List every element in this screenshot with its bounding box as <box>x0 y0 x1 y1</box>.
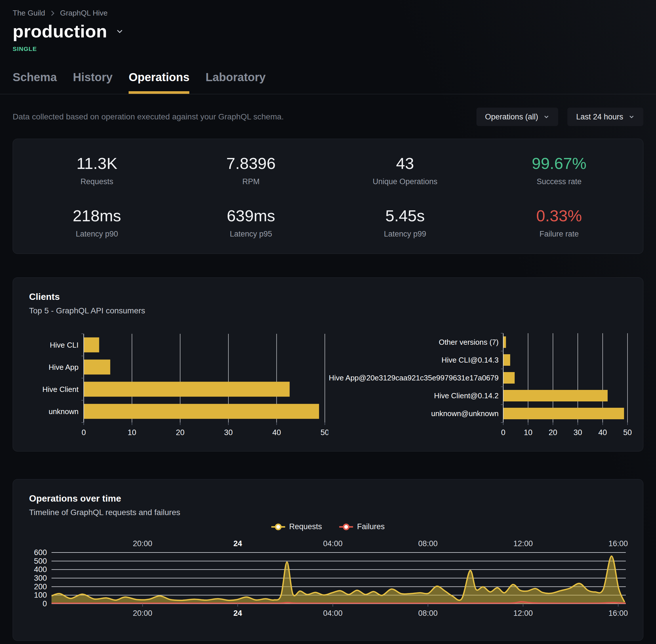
x-tick-label: 40 <box>599 428 607 437</box>
category-label: unknown@unknown <box>431 409 499 418</box>
page: The Guild GraphQL Hive production SINGLE… <box>0 0 656 644</box>
x-tick-label: 20 <box>549 428 557 437</box>
x-tick-label-bottom: 16:00 <box>609 609 628 618</box>
x-tick-label-top: 12:00 <box>513 540 533 548</box>
category-label: Hive Client <box>42 385 78 394</box>
category-label: Hive App@20e3129caa921c35e9979631e17a067… <box>329 373 499 382</box>
legend-marker-icon <box>339 523 353 531</box>
stat-value: 7.8396 <box>174 154 328 172</box>
x-tick-label: 30 <box>224 428 233 437</box>
operations-filter-label: Operations (all) <box>485 113 538 121</box>
timeline-legend: RequestsFailures <box>29 522 627 531</box>
target-selector[interactable]: production <box>13 21 643 42</box>
x-tick-label-top: 08:00 <box>418 540 438 548</box>
stat-label: Success rate <box>482 177 636 186</box>
x-tick-label-bottom: 20:00 <box>133 609 153 618</box>
x-tick-label: 50 <box>321 428 328 437</box>
y-tick-label: 0 <box>43 599 47 608</box>
stat-success-rate: 99.67%Success rate <box>482 154 636 186</box>
time-range-label: Last 24 hours <box>576 113 623 121</box>
category-label: Other versions (7) <box>439 338 499 346</box>
operations-title: Operations over time <box>29 493 627 504</box>
bar-hive-cli-0-14-3 <box>503 354 510 366</box>
y-tick-label: 600 <box>34 548 47 557</box>
x-tick-label: 40 <box>272 428 281 437</box>
tab-schema[interactable]: Schema <box>13 71 57 94</box>
category-label: Hive App <box>49 363 78 371</box>
clients-card: Clients Top 5 - GraphQL API consumers 01… <box>13 277 643 452</box>
chevron-down-icon <box>628 114 635 120</box>
clients-subtitle: Top 5 - GraphQL API consumers <box>29 306 627 315</box>
legend-label: Failures <box>357 522 385 531</box>
category-label: unknown <box>49 407 78 416</box>
bar-hive-client-0-14-2 <box>503 390 608 401</box>
breadcrumb-org[interactable]: The Guild <box>13 9 45 18</box>
x-tick-label-top: 24 <box>233 540 242 548</box>
breadcrumb-project[interactable]: GraphQL Hive <box>60 9 108 18</box>
stat-label: Latency p99 <box>328 230 482 238</box>
target-type-badge: SINGLE <box>13 45 643 52</box>
tab-operations[interactable]: Operations <box>128 71 189 94</box>
category-label: Hive CLI <box>50 341 78 349</box>
stat-label: Latency p95 <box>174 230 328 238</box>
y-tick-label: 400 <box>34 565 47 574</box>
x-tick-label: 10 <box>128 428 136 437</box>
clients-charts-row: 01020304050Hive CLIHive AppHive Clientun… <box>29 331 627 440</box>
tab-laboratory[interactable]: Laboratory <box>206 71 265 94</box>
x-tick-label: 50 <box>623 428 632 437</box>
stat-requests: 11.3KRequests <box>20 154 174 186</box>
stat-value: 639ms <box>174 206 328 225</box>
operations-card: Operations over time Timeline of GraphQL… <box>13 479 643 641</box>
operations-timeline-chart: 010020030040050060020:0020:00242404:0004… <box>29 540 627 629</box>
stat-value: 5.45s <box>328 206 482 225</box>
legend-item-failures[interactable]: Failures <box>339 522 385 531</box>
operations-filter-dropdown[interactable]: Operations (all) <box>476 108 559 126</box>
bar-unknown <box>84 404 319 419</box>
chevron-down-icon <box>543 114 549 120</box>
controls-row: Data collected based on operation execut… <box>13 108 643 126</box>
chevron-down-icon[interactable] <box>115 26 124 36</box>
time-range-dropdown[interactable]: Last 24 hours <box>567 108 643 126</box>
stats-card: 11.3KRequests7.8396RPM43Unique Operation… <box>13 139 643 254</box>
category-label: Hive Client@0.14.2 <box>434 391 499 400</box>
stat-label: Unique Operations <box>328 177 482 186</box>
x-tick-label: 20 <box>176 428 184 437</box>
legend-label: Requests <box>289 522 322 531</box>
filters: Operations (all) Last 24 hours <box>476 108 643 126</box>
stat-value: 0.33% <box>482 206 636 225</box>
bar-other-versions-7- <box>503 337 506 348</box>
stat-latency-p95: 639msLatency p95 <box>174 206 328 238</box>
x-tick-label-bottom: 04:00 <box>323 609 343 618</box>
stat-rpm: 7.8396RPM <box>174 154 328 186</box>
bar-hive-app <box>84 360 110 375</box>
stat-label: RPM <box>174 177 328 186</box>
x-tick-label-top: 20:00 <box>133 540 153 548</box>
clients-by-name-chart: 01020304050Hive CLIHive AppHive Clientun… <box>29 331 328 440</box>
x-tick-label-top: 04:00 <box>323 540 343 548</box>
operations-timeline-svg: 010020030040050060020:0020:00242404:0004… <box>29 540 630 628</box>
stat-failure-rate: 0.33%Failure rate <box>482 206 636 238</box>
y-tick-label: 300 <box>34 574 47 582</box>
tab-history[interactable]: History <box>73 71 113 94</box>
stat-value: 11.3K <box>20 154 174 172</box>
legend-item-requests[interactable]: Requests <box>271 522 322 531</box>
x-tick-label-bottom: 08:00 <box>418 609 438 618</box>
tab-bar: SchemaHistoryOperationsLaboratory <box>0 71 656 94</box>
y-tick-label: 100 <box>34 591 47 599</box>
breadcrumb: The Guild GraphQL Hive <box>13 9 643 18</box>
stat-label: Latency p90 <box>20 230 174 238</box>
stat-value: 43 <box>328 154 482 172</box>
x-tick-label-top: 16:00 <box>609 540 628 548</box>
main-content: Data collected based on operation execut… <box>0 108 656 641</box>
stat-value: 99.67% <box>482 154 636 172</box>
y-tick-label: 500 <box>34 557 47 566</box>
page-title: production <box>13 21 107 42</box>
stat-value: 218ms <box>20 206 174 225</box>
clients-title: Clients <box>29 292 627 302</box>
x-tick-label: 10 <box>524 428 532 437</box>
legend-marker-icon <box>271 523 285 531</box>
page-description: Data collected based on operation execut… <box>13 112 284 121</box>
requests-area <box>51 556 625 604</box>
category-label: Hive CLI@0.14.3 <box>442 356 499 364</box>
bar-hive-cli <box>84 338 99 352</box>
